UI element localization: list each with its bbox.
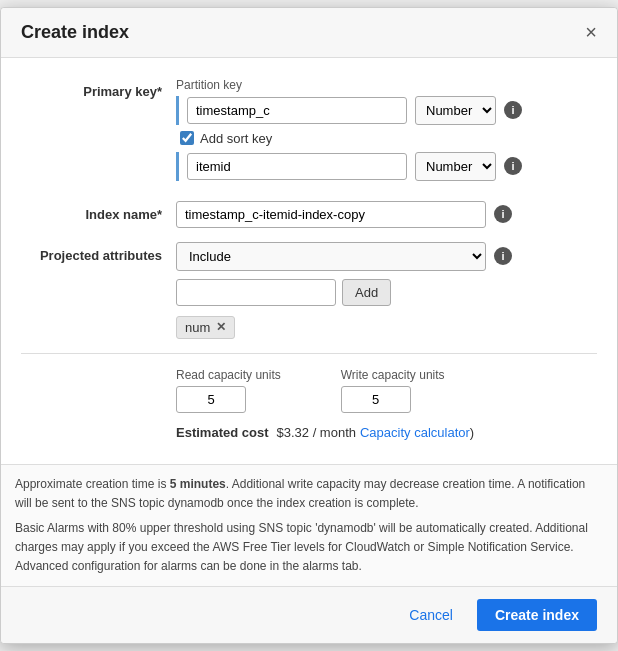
projected-attributes-row: Projected attributes All Keys only Inclu… [21, 242, 597, 339]
attribute-tags: num ✕ [176, 312, 597, 339]
cancel-button[interactable]: Cancel [395, 601, 467, 629]
sort-key-input-row: Number String Binary i [176, 152, 597, 181]
capacity-row: Read capacity units Write capacity units [21, 368, 597, 413]
add-sort-key-row: Add sort key [176, 131, 597, 146]
info-line2: Basic Alarms with 80% upper threshold us… [15, 519, 603, 577]
primary-key-row: Primary key* Partition key Number String… [21, 78, 597, 187]
projected-select-row: All Keys only Include i [176, 242, 597, 271]
projected-attributes-info-icon[interactable]: i [494, 247, 512, 265]
read-capacity-label: Read capacity units [176, 368, 281, 382]
add-sort-key-label[interactable]: Add sort key [200, 131, 272, 146]
write-capacity-input[interactable] [341, 386, 411, 413]
tag-remove-button[interactable]: ✕ [216, 320, 226, 334]
sort-key-info-icon[interactable]: i [504, 157, 522, 175]
modal-header: Create index × [1, 8, 617, 58]
add-attribute-button[interactable]: Add [342, 279, 391, 306]
sort-key-type-select[interactable]: Number String Binary [415, 152, 496, 181]
index-name-controls: i [176, 201, 597, 228]
primary-key-controls: Partition key Number String Binary i Add… [176, 78, 597, 187]
index-name-input[interactable] [176, 201, 486, 228]
index-name-label: Index name* [21, 201, 176, 222]
add-sort-key-checkbox[interactable] [180, 131, 194, 145]
modal-title: Create index [21, 22, 129, 43]
write-capacity-group: Write capacity units [341, 368, 445, 413]
index-name-info-icon[interactable]: i [494, 205, 512, 223]
create-index-button[interactable]: Create index [477, 599, 597, 631]
write-capacity-label: Write capacity units [341, 368, 445, 382]
num-tag: num ✕ [176, 316, 235, 339]
modal-footer: Cancel Create index [1, 586, 617, 643]
read-capacity-input[interactable] [176, 386, 246, 413]
read-capacity-group: Read capacity units [176, 368, 281, 413]
index-name-row: Index name* i [21, 201, 597, 228]
projected-attributes-select[interactable]: All Keys only Include [176, 242, 486, 271]
info-text-block: Approximate creation time is 5 minutes. … [1, 464, 617, 587]
info-line1: Approximate creation time is 5 minutes. … [15, 475, 603, 513]
partition-key-type-select[interactable]: Number String Binary [415, 96, 496, 125]
tag-label: num [185, 320, 210, 335]
index-name-input-row: i [176, 201, 597, 228]
attribute-input[interactable] [176, 279, 336, 306]
modal-body: Primary key* Partition key Number String… [1, 58, 617, 464]
estimated-cost-value: $3.32 / month [276, 425, 356, 440]
partition-key-input[interactable] [187, 97, 407, 124]
primary-key-label: Primary key* [21, 78, 176, 99]
create-index-modal: Create index × Primary key* Partition ke… [0, 7, 618, 645]
capacity-calculator-link[interactable]: Capacity calculator [360, 425, 470, 440]
divider [21, 353, 597, 354]
partition-key-info-icon[interactable]: i [504, 101, 522, 119]
estimated-cost-label: Estimated cost [176, 425, 268, 440]
partition-key-input-row: Number String Binary i [176, 96, 597, 125]
close-button[interactable]: × [585, 22, 597, 42]
projected-attributes-controls: All Keys only Include i Add num ✕ [176, 242, 597, 339]
sort-key-input[interactable] [187, 153, 407, 180]
projected-attributes-label: Projected attributes [21, 242, 176, 263]
estimated-cost-row: Estimated cost $3.32 / month Capacity ca… [21, 425, 597, 440]
attr-add-row: Add [176, 279, 597, 306]
partition-key-label: Partition key [176, 78, 597, 92]
close-paren: ) [470, 425, 474, 440]
